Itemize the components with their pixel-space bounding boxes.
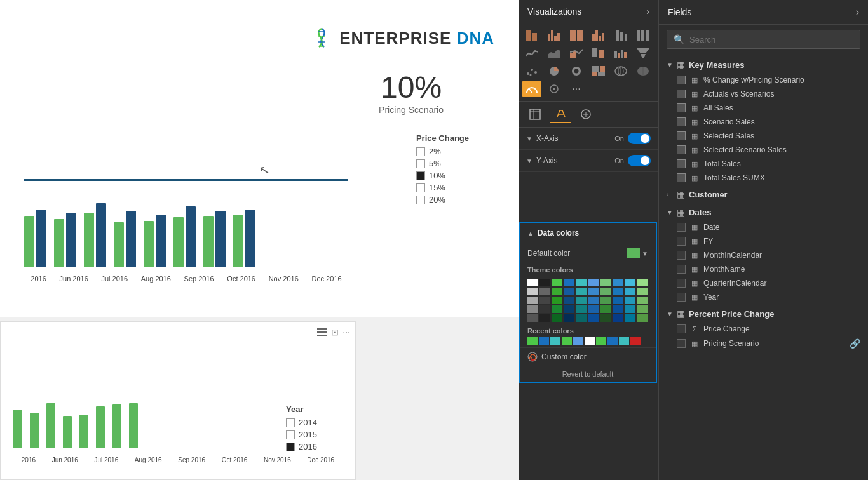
viz-icon-area[interactable] bbox=[545, 45, 564, 62]
viz-icon-line[interactable] bbox=[522, 45, 541, 62]
theme-color-cell[interactable] bbox=[625, 288, 635, 295]
check-date[interactable] bbox=[677, 223, 686, 232]
viz-icon-globe[interactable] bbox=[545, 81, 564, 97]
recent-color-cell[interactable] bbox=[539, 337, 549, 345]
theme-color-cell[interactable] bbox=[600, 305, 611, 313]
theme-color-cell[interactable] bbox=[564, 305, 574, 313]
recent-color-cell[interactable] bbox=[596, 337, 606, 345]
field-item-selected-sales[interactable]: ▦ Selected Sales bbox=[664, 129, 868, 143]
legend-item-20pct[interactable]: 20% bbox=[416, 195, 469, 204]
field-item-total-sales-sumx[interactable]: ▦ Total Sales SUMX bbox=[664, 171, 868, 185]
x-axis-arrow[interactable]: ▼ bbox=[526, 135, 532, 142]
theme-color-cell[interactable] bbox=[564, 279, 574, 286]
default-color-swatch[interactable] bbox=[627, 248, 640, 258]
check-price-change[interactable] bbox=[677, 324, 686, 333]
field-group-header-pct-price-change[interactable]: ▼ ▦ Percent Price Change bbox=[659, 305, 868, 322]
theme-color-cell[interactable] bbox=[588, 297, 599, 304]
theme-color-cell[interactable] bbox=[588, 279, 599, 286]
recent-color-cell[interactable] bbox=[562, 337, 572, 345]
theme-color-cell[interactable] bbox=[637, 288, 648, 295]
field-item-quarter-in-cal[interactable]: ▦ QuarterInCalendar bbox=[664, 276, 868, 290]
theme-color-cell[interactable] bbox=[576, 305, 587, 313]
expand-icon[interactable]: ⊡ bbox=[331, 327, 339, 337]
search-input[interactable] bbox=[689, 35, 853, 44]
theme-color-cell[interactable] bbox=[527, 288, 538, 295]
theme-color-cell[interactable] bbox=[600, 288, 611, 295]
viz-icon-100pct-bar[interactable] bbox=[567, 27, 586, 44]
theme-color-cell[interactable] bbox=[613, 279, 623, 286]
viz-icon-funnel[interactable] bbox=[634, 45, 653, 62]
viz-icon-pie[interactable] bbox=[545, 63, 564, 79]
field-item-total-sales[interactable]: ▦ Total Sales bbox=[664, 157, 868, 171]
viz-icon-gauge[interactable] bbox=[522, 81, 541, 97]
field-item-date[interactable]: ▦ Date bbox=[664, 220, 868, 234]
check-fy[interactable] bbox=[677, 237, 686, 246]
field-item-price-change[interactable]: Σ Price Change bbox=[664, 322, 868, 336]
hamburger-icon[interactable] bbox=[317, 328, 327, 336]
theme-color-cell[interactable] bbox=[539, 305, 550, 313]
check-total-sales-sumx[interactable] bbox=[677, 173, 686, 182]
y-axis-toggle[interactable] bbox=[628, 155, 651, 166]
theme-color-cell[interactable] bbox=[564, 288, 574, 295]
check-selected-scenario-sales[interactable] bbox=[677, 145, 686, 154]
viz-icon-scatter[interactable] bbox=[522, 63, 541, 79]
theme-color-cell[interactable] bbox=[552, 305, 562, 313]
theme-color-cell[interactable] bbox=[527, 297, 538, 304]
theme-color-cell[interactable] bbox=[613, 305, 623, 313]
recent-color-cell[interactable] bbox=[630, 337, 641, 345]
theme-color-cell[interactable] bbox=[539, 288, 550, 295]
field-item-all-sales[interactable]: ▦ All Sales bbox=[664, 101, 868, 115]
field-item-selected-scenario-sales[interactable]: ▦ Selected Scenario Sales bbox=[664, 143, 868, 157]
check-all-sales[interactable] bbox=[677, 103, 686, 112]
viz-icon-100pct-column[interactable] bbox=[634, 27, 653, 44]
theme-color-cell[interactable] bbox=[613, 288, 623, 295]
theme-color-cell[interactable] bbox=[564, 314, 574, 322]
legend-item-10pct[interactable]: 10% bbox=[416, 171, 469, 180]
viz-icon-column[interactable] bbox=[589, 27, 608, 44]
check-pricing-scenario[interactable] bbox=[677, 339, 686, 348]
theme-color-cell[interactable] bbox=[527, 305, 538, 313]
theme-color-cell[interactable] bbox=[637, 314, 648, 322]
check-year[interactable] bbox=[677, 293, 686, 302]
field-item-scenario-sales[interactable]: ▦ Scenario Sales bbox=[664, 115, 868, 129]
theme-color-cell[interactable] bbox=[600, 314, 611, 322]
theme-color-cell[interactable] bbox=[539, 297, 550, 304]
check-total-sales[interactable] bbox=[677, 159, 686, 168]
tab-fields[interactable] bbox=[525, 105, 545, 123]
checkbox-15pct[interactable] bbox=[416, 183, 425, 192]
theme-color-cell[interactable] bbox=[588, 288, 599, 295]
color-dropdown-arrow[interactable]: ▼ bbox=[642, 250, 648, 257]
y-axis-arrow[interactable]: ▼ bbox=[526, 157, 532, 164]
x-axis-toggle[interactable] bbox=[628, 133, 651, 144]
check-actuals-vs[interactable] bbox=[677, 90, 686, 98]
theme-color-cell[interactable] bbox=[552, 314, 562, 322]
theme-color-cell[interactable] bbox=[527, 279, 538, 286]
tab-format[interactable] bbox=[550, 105, 571, 123]
theme-color-cell[interactable] bbox=[588, 314, 599, 322]
theme-color-cell[interactable] bbox=[527, 314, 538, 322]
theme-color-cell[interactable] bbox=[576, 288, 587, 295]
tab-analytics[interactable] bbox=[576, 105, 596, 123]
check-scenario-sales[interactable] bbox=[677, 117, 686, 126]
checkbox-2pct[interactable] bbox=[416, 147, 425, 156]
viz-icon-donut[interactable] bbox=[567, 63, 586, 79]
field-item-actuals-vs[interactable]: ▦ Actuals vs Scenarios bbox=[664, 87, 868, 101]
theme-color-cell[interactable] bbox=[625, 314, 635, 322]
recent-color-cell[interactable] bbox=[619, 337, 629, 345]
viz-icon-map[interactable] bbox=[611, 63, 630, 79]
legend-item-2pct[interactable]: 2% bbox=[416, 147, 469, 156]
legend-item-5pct[interactable]: 5% bbox=[416, 159, 469, 168]
recent-color-cell[interactable] bbox=[527, 337, 538, 345]
check-pct-change[interactable] bbox=[677, 76, 686, 84]
theme-color-cell[interactable] bbox=[613, 314, 623, 322]
checkbox-10pct[interactable] bbox=[416, 171, 425, 180]
field-item-fy[interactable]: ▦ FY bbox=[664, 234, 868, 248]
theme-color-cell[interactable] bbox=[576, 279, 587, 286]
viz-icon-more[interactable]: ··· bbox=[567, 81, 586, 97]
theme-color-cell[interactable] bbox=[637, 305, 648, 313]
theme-color-cell[interactable] bbox=[539, 279, 550, 286]
field-group-header-customer[interactable]: › ▦ Customer bbox=[659, 186, 868, 203]
field-item-month-name[interactable]: ▦ MonthName bbox=[664, 262, 868, 276]
legend-item-15pct[interactable]: 15% bbox=[416, 183, 469, 192]
theme-color-cell[interactable] bbox=[539, 314, 550, 322]
